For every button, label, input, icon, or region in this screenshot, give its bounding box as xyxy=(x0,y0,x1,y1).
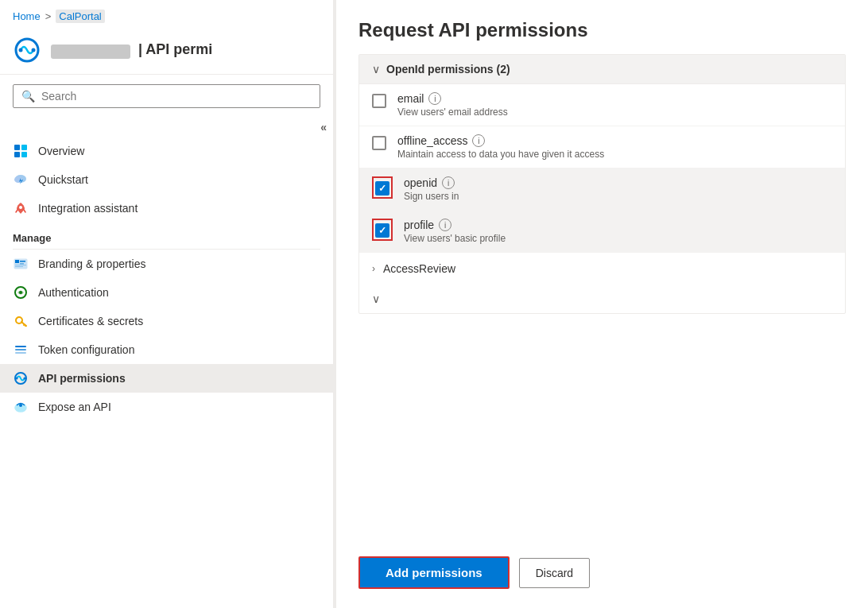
sidebar-item-certificates-label: Certificates & secrets xyxy=(38,315,143,327)
breadcrumb-separator: > xyxy=(45,10,52,22)
sidebar-item-quickstart-label: Quickstart xyxy=(38,173,88,186)
openid-section-title: OpenId permissions (2) xyxy=(386,63,510,76)
add-permissions-button[interactable]: Add permissions xyxy=(358,556,510,589)
api-permissions-icon xyxy=(13,370,29,386)
bottom-actions: Add permissions Discard xyxy=(336,537,868,608)
offline-access-checkbox[interactable] xyxy=(372,136,386,150)
svg-point-28 xyxy=(24,378,26,380)
grid-icon xyxy=(13,143,29,159)
sidebar-item-token[interactable]: Token configuration xyxy=(0,335,333,364)
breadcrumb-current: CalPortal xyxy=(56,10,104,23)
permission-row-profile: profile i View users' basic profile xyxy=(359,211,845,253)
svg-rect-16 xyxy=(15,266,23,267)
collapse-button[interactable]: « xyxy=(314,118,333,137)
svg-rect-14 xyxy=(20,263,24,265)
app-title: | API permi xyxy=(51,41,212,58)
permission-row-offline-access: offline_access i Maintain access to data… xyxy=(359,126,845,168)
permissions-section: ∨ OpenId permissions (2) email i View us… xyxy=(358,54,846,314)
svg-rect-4 xyxy=(21,145,27,150)
panel-header: Request API permissions xyxy=(336,0,868,54)
sidebar-item-expose-api[interactable]: Expose an API xyxy=(0,393,333,421)
offline-access-info-icon[interactable]: i xyxy=(472,134,485,147)
openid-info-icon[interactable]: i xyxy=(442,176,455,189)
sidebar-item-integration[interactable]: Integration assistant xyxy=(0,194,333,223)
svg-point-10 xyxy=(19,206,22,209)
svg-point-18 xyxy=(19,291,22,294)
permission-row-openid: openid i Sign users in xyxy=(359,168,845,211)
panel-title: Request API permissions xyxy=(358,19,846,41)
token-icon xyxy=(13,342,29,358)
svg-rect-15 xyxy=(15,265,26,265)
manage-section-label: Manage xyxy=(0,223,333,249)
search-box[interactable]: 🔍 xyxy=(13,84,320,108)
app-header: | API permi xyxy=(0,29,333,75)
sidebar-item-expose-api-label: Expose an API xyxy=(38,401,111,413)
email-perm-name: email i xyxy=(397,92,832,105)
openid-section-header[interactable]: ∨ OpenId permissions (2) xyxy=(359,55,845,84)
discard-button[interactable]: Discard xyxy=(519,558,590,588)
search-input[interactable] xyxy=(41,90,312,103)
profile-perm-desc: View users' basic profile xyxy=(404,233,832,244)
openid-perm-name: openid i xyxy=(404,176,832,189)
svg-rect-12 xyxy=(15,260,19,263)
cloud-lightning-icon xyxy=(13,172,29,188)
right-panel: Request API permissions ∨ OpenId permiss… xyxy=(334,0,868,608)
access-review-chevron: › xyxy=(372,263,375,274)
sidebar-item-certificates[interactable]: Certificates & secrets xyxy=(0,307,333,335)
profile-checkbox-outer[interactable] xyxy=(372,219,393,241)
email-perm-desc: View users' email address xyxy=(397,106,832,118)
svg-point-27 xyxy=(16,378,18,380)
expose-api-icon xyxy=(13,399,29,415)
key-icon xyxy=(13,313,29,329)
breadcrumb: Home > CalPortal xyxy=(0,0,333,29)
svg-rect-24 xyxy=(15,349,26,350)
access-review-label: AccessReview xyxy=(383,262,455,275)
svg-point-2 xyxy=(32,48,36,52)
rocket-icon xyxy=(13,200,29,216)
openid-perm-desc: Sign users in xyxy=(404,191,832,202)
sidebar-item-quickstart[interactable]: Quickstart xyxy=(0,165,333,194)
search-icon: 🔍 xyxy=(21,90,35,103)
svg-point-1 xyxy=(19,48,23,52)
offline-access-perm-desc: Maintain access to data you have given i… xyxy=(397,149,832,160)
sidebar-item-overview[interactable]: Overview xyxy=(0,137,333,165)
svg-rect-3 xyxy=(14,145,20,150)
offline-access-perm-name: offline_access i xyxy=(397,134,832,147)
permission-row-email: email i View users' email address xyxy=(359,84,845,126)
branding-icon xyxy=(13,256,29,272)
expand-row[interactable]: ∨ xyxy=(359,285,845,313)
email-perm-info: email i View users' email address xyxy=(397,92,832,118)
svg-rect-6 xyxy=(21,152,27,157)
offline-access-perm-info: offline_access i Maintain access to data… xyxy=(397,134,832,160)
profile-perm-info: profile i View users' basic profile xyxy=(404,219,832,244)
app-name-blurred xyxy=(51,45,130,59)
breadcrumb-home[interactable]: Home xyxy=(13,10,41,22)
email-checkbox[interactable] xyxy=(372,94,386,108)
svg-rect-13 xyxy=(20,261,25,262)
openid-perm-info: openid i Sign users in xyxy=(404,176,832,202)
openid-checkbox[interactable] xyxy=(375,181,389,196)
auth-icon xyxy=(13,285,29,300)
openid-checkbox-outer[interactable] xyxy=(372,176,393,199)
sidebar-item-branding[interactable]: Branding & properties xyxy=(0,250,333,278)
svg-rect-5 xyxy=(14,152,20,157)
sidebar-item-authentication-label: Authentication xyxy=(38,286,109,299)
profile-info-icon[interactable]: i xyxy=(439,219,451,231)
email-info-icon[interactable]: i xyxy=(428,92,441,105)
sidebar-item-api-permissions-label: API permissions xyxy=(38,372,126,385)
svg-rect-23 xyxy=(15,346,26,347)
sidebar-item-token-label: Token configuration xyxy=(38,343,134,356)
sidebar-item-authentication[interactable]: Authentication xyxy=(0,278,333,307)
sidebar-item-branding-label: Branding & properties xyxy=(38,258,145,270)
profile-checkbox[interactable] xyxy=(375,223,389,238)
svg-rect-25 xyxy=(15,352,26,354)
sidebar-item-api-permissions[interactable]: API permissions xyxy=(0,364,333,393)
sidebar-item-overview-label: Overview xyxy=(38,145,84,157)
sidebar-item-integration-label: Integration assistant xyxy=(38,202,138,215)
svg-point-30 xyxy=(19,404,22,407)
left-panel: Home > CalPortal | API permi 🔍 « xyxy=(0,0,334,608)
access-review-row[interactable]: › AccessReview xyxy=(359,253,845,285)
profile-perm-name: profile i xyxy=(404,219,832,231)
app-icon xyxy=(13,36,41,64)
app-title-text: | API permi xyxy=(138,41,212,57)
